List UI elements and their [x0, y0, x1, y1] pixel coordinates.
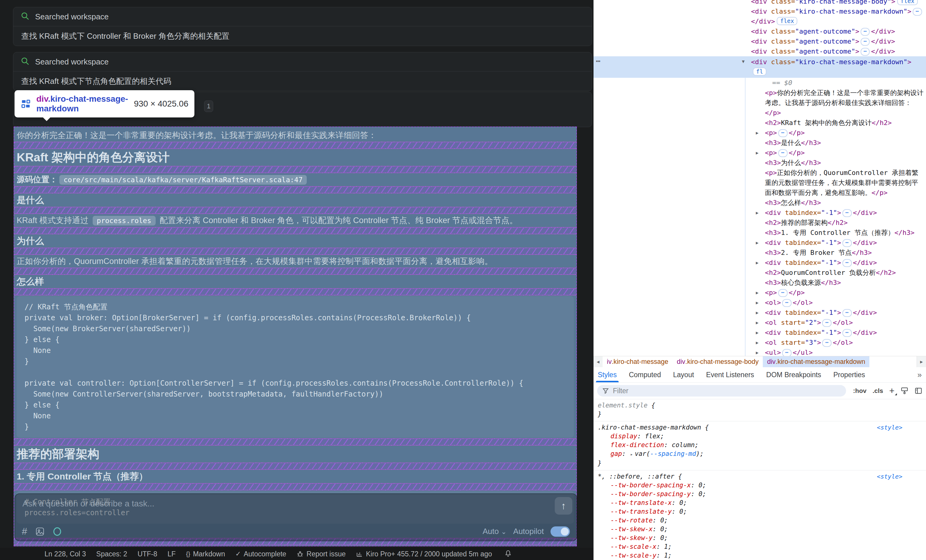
elements-tree-row[interactable]: <div class="agent-outcome">⋯</div>: [593, 26, 926, 36]
ellipsis-expand-pill[interactable]: ⋯: [843, 309, 852, 317]
flex-badge[interactable]: flex: [777, 17, 797, 25]
rule-selector[interactable]: .kiro-chat-message-markdown {: [598, 423, 902, 432]
styles-filter-input[interactable]: Filter: [597, 385, 846, 397]
elements-tree-row[interactable]: == $0: [593, 78, 926, 88]
css-property[interactable]: --tw-translate-x: 0;: [598, 498, 902, 507]
css-property[interactable]: gap: ▸var(--spacing-md);: [598, 450, 902, 459]
status-item[interactable]: ✓Autocomplete: [235, 550, 286, 558]
ellipsis-expand-pill[interactable]: ⋯: [861, 28, 870, 36]
style-source-link[interactable]: <style>: [877, 472, 902, 481]
autopilot-toggle[interactable]: [551, 527, 570, 537]
css-property[interactable]: display: flex;: [598, 432, 902, 441]
elements-tree-row[interactable]: <h2>KRaft 架构中的角色分离设计</h2>: [593, 118, 926, 128]
ellipsis-expand-pill[interactable]: ⋯: [861, 38, 870, 46]
toggle-hover-state-button[interactable]: :hov: [853, 387, 866, 394]
ellipsis-expand-pill[interactable]: ⋯: [782, 349, 791, 356]
css-property[interactable]: --tw-skew-y: 0;: [598, 534, 902, 542]
elements-tree-row[interactable]: <h3>为什么</h3>: [593, 158, 926, 168]
attach-image-icon[interactable]: [35, 527, 45, 536]
card-header[interactable]: Searched workspace: [13, 7, 592, 26]
expand-arrow-icon[interactable]: ▶: [756, 328, 758, 338]
status-item[interactable]: {}Markdown: [186, 550, 225, 558]
expand-arrow-icon[interactable]: ▸: [630, 451, 633, 457]
tab-styles[interactable]: Styles: [598, 367, 617, 382]
elements-tree-row[interactable]: <p>你的分析完全正确！这是一个非常重要的架构设计考虑。让我基于源码分析和最佳实…: [593, 88, 926, 118]
row-options-icon[interactable]: ⋯: [596, 56, 601, 66]
rendering-brush-icon[interactable]: [900, 387, 908, 395]
toggle-class-button[interactable]: .cls: [872, 387, 883, 394]
searched-workspace-card[interactable]: Searched workspace查找 KRaft 模式下节点角色配置的相关代…: [13, 52, 592, 91]
expand-arrow-icon[interactable]: ▶: [756, 128, 758, 138]
css-property[interactable]: --tw-scale-y: 1;: [598, 551, 902, 560]
elements-tree-row[interactable]: <div class="agent-outcome">⋯</div>: [593, 36, 926, 46]
breadcrumb-next-icon[interactable]: ▸: [917, 356, 926, 367]
css-property[interactable]: flex-direction: column;: [598, 441, 902, 450]
breadcrumb-prev-icon[interactable]: ◂: [593, 356, 602, 367]
ellipsis-expand-pill[interactable]: ⋯: [913, 8, 922, 16]
elements-tree-row[interactable]: ▶<div tabindex="-1">⋯</div>: [593, 208, 926, 217]
ellipsis-expand-pill[interactable]: ⋯: [778, 289, 788, 297]
ellipsis-expand-pill[interactable]: ⋯: [778, 149, 788, 157]
elements-tree-row[interactable]: ▶<div tabindex="-1">⋯</div>: [593, 308, 926, 317]
expand-arrow-icon[interactable]: ▶: [756, 258, 758, 268]
status-item[interactable]: LF: [168, 550, 176, 558]
status-item[interactable]: Report issue: [297, 550, 345, 558]
tab-dom-breakpoints[interactable]: DOM Breakpoints: [766, 367, 821, 382]
elements-tree-row[interactable]: ▶<p>⋯</p>: [593, 288, 926, 297]
expand-arrow-icon[interactable]: ▶: [756, 348, 758, 356]
expand-arrow-icon[interactable]: ▶: [756, 318, 758, 328]
elements-tree-row[interactable]: <div class="kiro-chat-message-body">flex: [593, 0, 926, 6]
chat-composer[interactable]: Ask a question or describe a task... ↑ #…: [15, 494, 577, 541]
elements-tree-row[interactable]: <h3>怎么样</h3>: [593, 198, 926, 208]
tab-layout[interactable]: Layout: [673, 367, 694, 382]
ellipsis-expand-pill[interactable]: ⋯: [843, 239, 852, 247]
context-hash-icon[interactable]: #: [22, 526, 27, 537]
breadcrumb-item[interactable]: div.kiro-chat-message-markdown: [763, 356, 869, 367]
elements-tree-row[interactable]: ▶<p>⋯</p>: [593, 148, 926, 158]
elements-tree-row[interactable]: ▶<div tabindex="-1">⋯</div>: [593, 258, 926, 267]
elements-tree-row[interactable]: ▶<div tabindex="-1">⋯</div>: [593, 328, 926, 338]
css-property[interactable]: --tw-border-spacing-x: 0;: [598, 481, 902, 490]
elements-tree-row[interactable]: ▶<p>⋯</p>: [593, 128, 926, 138]
expand-arrow-icon[interactable]: ▶: [756, 208, 758, 218]
rule-selector[interactable]: *, ::before, ::after {: [598, 472, 902, 481]
status-item[interactable]: Spaces: 2: [96, 550, 127, 558]
elements-tree-row[interactable]: </div>flex: [593, 17, 926, 26]
css-property[interactable]: --tw-rotate: 0;: [598, 516, 902, 525]
tab-computed[interactable]: Computed: [629, 367, 661, 382]
style-source-link[interactable]: <style>: [877, 423, 902, 432]
elements-tree-row[interactable]: <div class="agent-outcome">⋯</div>: [593, 46, 926, 56]
ellipsis-expand-pill[interactable]: ⋯: [782, 299, 791, 307]
flex-badge[interactable]: flex: [897, 0, 918, 5]
css-property[interactable]: --tw-border-spacing-y: 0;: [598, 490, 902, 498]
css-property[interactable]: --tw-skew-x: 0;: [598, 525, 902, 534]
ellipsis-expand-pill[interactable]: ⋯: [843, 259, 852, 267]
elements-tree-row[interactable]: ▶<ol>⋯</ol>: [593, 297, 926, 308]
rule-selector[interactable]: element.style {: [598, 401, 902, 410]
elements-tree-row[interactable]: <h2>推荐的部署架构</h2>: [593, 217, 926, 228]
ellipsis-expand-pill[interactable]: ⋯: [843, 209, 852, 217]
ellipsis-expand-pill[interactable]: ⋯: [822, 339, 832, 347]
expand-arrow-icon[interactable]: ▶: [756, 288, 758, 298]
expand-arrow-icon[interactable]: ▶: [756, 308, 758, 318]
elements-tree-row[interactable]: <h3>2. 专用 Broker 节点</h3>: [593, 248, 926, 258]
elements-tree-row[interactable]: ▶<div tabindex="-1">⋯</div>: [593, 238, 926, 248]
sidebar-dock-icon[interactable]: [914, 387, 922, 395]
elements-tree-row[interactable]: <h3>是什么</h3>: [593, 138, 926, 148]
elements-tree-row[interactable]: <p>正如你分析的，QuorumController 承担着繁重的元数据管理任务…: [593, 168, 926, 198]
status-item[interactable]: Kiro Pro+ 455.72 / 2000 updated 5m ago: [356, 550, 492, 558]
ellipsis-expand-pill[interactable]: ⋯: [778, 129, 788, 137]
ellipsis-expand-pill[interactable]: ⋯: [843, 329, 852, 337]
send-button[interactable]: ↑: [555, 497, 572, 515]
elements-tree-row[interactable]: <h2>QuorumController 负载分析</h2>: [593, 267, 926, 278]
elements-tree-row[interactable]: ⋯▼<div class="kiro-chat-message-markdown…: [593, 56, 926, 78]
ellipsis-expand-pill[interactable]: ⋯: [861, 48, 870, 56]
collapse-arrow-icon[interactable]: ▼: [742, 57, 744, 66]
elements-tree-row[interactable]: ▶<ol start="3">⋯</ol>: [593, 338, 926, 347]
ellipsis-expand-pill[interactable]: ⋯: [822, 319, 832, 327]
expand-arrow-icon[interactable]: ▶: [756, 338, 758, 348]
breadcrumb-item[interactable]: iv.kiro-chat-message: [602, 356, 673, 367]
new-style-rule-button[interactable]: +: [889, 386, 894, 396]
expand-arrow-icon[interactable]: ▶: [756, 238, 758, 248]
css-property[interactable]: --tw-scale-x: 1;: [598, 542, 902, 551]
